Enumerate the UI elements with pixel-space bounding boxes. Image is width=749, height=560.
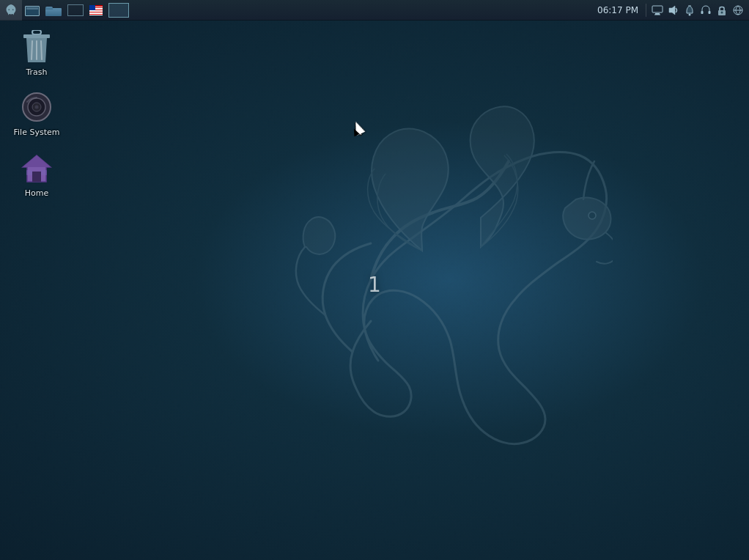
- screenshot-icon: [25, 4, 40, 16]
- audio-icon: [668, 4, 679, 16]
- taskbar-network-icon[interactable]: [731, 4, 745, 17]
- desktop-icon-filesystem[interactable]: File System: [7, 86, 66, 141]
- window-icon: [67, 4, 84, 16]
- svg-rect-6: [701, 11, 704, 14]
- desktop-icons: Trash File System: [7, 26, 66, 202]
- taskbar-clock: 06:17 PM: [594, 5, 641, 15]
- dragon-svg: [246, 104, 613, 471]
- network-icon: [732, 4, 744, 16]
- svg-rect-25: [26, 170, 32, 175]
- lock-icon: [716, 4, 728, 16]
- svg-point-4: [689, 13, 691, 15]
- trash-icon-img: [19, 29, 54, 65]
- svg-marker-22: [23, 155, 51, 167]
- desktop-icon-trash[interactable]: Trash: [7, 26, 66, 81]
- svg-line-14: [32, 41, 32, 59]
- taskbar-audio-icon[interactable]: [667, 4, 680, 17]
- folder-icon: [45, 4, 62, 16]
- svg-marker-3: [669, 6, 675, 15]
- taskbar-window[interactable]: [64, 0, 86, 21]
- desktop: 06:17 PM: [0, 0, 749, 560]
- taskbar-flag[interactable]: [86, 0, 106, 21]
- kali-dragon-icon: [4, 3, 18, 18]
- trash-icon: [22, 30, 51, 64]
- trash-label: Trash: [26, 67, 47, 78]
- taskbar-kali-menu[interactable]: [0, 0, 22, 21]
- kali-dragon-watermark: [246, 104, 613, 471]
- workspace-number: 1: [368, 273, 381, 297]
- home-label: Home: [25, 188, 48, 199]
- taskbar-headset-icon[interactable]: [699, 4, 712, 17]
- svg-rect-24: [32, 172, 41, 182]
- home-icon: [21, 152, 52, 183]
- active-window-icon: [108, 3, 129, 18]
- flag-icon: [89, 5, 103, 15]
- filesystem-label: File System: [14, 128, 60, 138]
- desktop-icon-home[interactable]: Home: [7, 147, 66, 202]
- filesystem-icon-img: [19, 89, 54, 125]
- svg-rect-12: [32, 30, 41, 34]
- taskbar-separator: [646, 4, 646, 17]
- filesystem-icon: [21, 92, 52, 122]
- svg-rect-13: [23, 34, 50, 38]
- svg-rect-7: [709, 11, 711, 14]
- taskbar-lock-icon[interactable]: [715, 4, 728, 17]
- svg-point-9: [721, 11, 723, 13]
- taskbar-active-app[interactable]: [106, 0, 132, 21]
- taskbar-screenshot[interactable]: [22, 0, 43, 21]
- taskbar-folder[interactable]: [43, 0, 64, 21]
- svg-point-20: [35, 106, 39, 109]
- svg-rect-0: [652, 6, 663, 12]
- taskbar-left: [0, 0, 594, 20]
- headset-icon: [700, 4, 712, 16]
- home-icon-img: [19, 150, 54, 185]
- svg-point-28: [591, 214, 594, 218]
- display-icon: [652, 4, 663, 16]
- taskbar-display-icon[interactable]: [651, 4, 664, 17]
- notification-icon: [684, 4, 696, 16]
- svg-rect-26: [41, 170, 47, 175]
- taskbar-right: 06:17 PM: [594, 4, 749, 17]
- taskbar: 06:17 PM: [0, 0, 749, 21]
- taskbar-notification-icon[interactable]: [683, 4, 696, 17]
- svg-line-16: [41, 41, 42, 59]
